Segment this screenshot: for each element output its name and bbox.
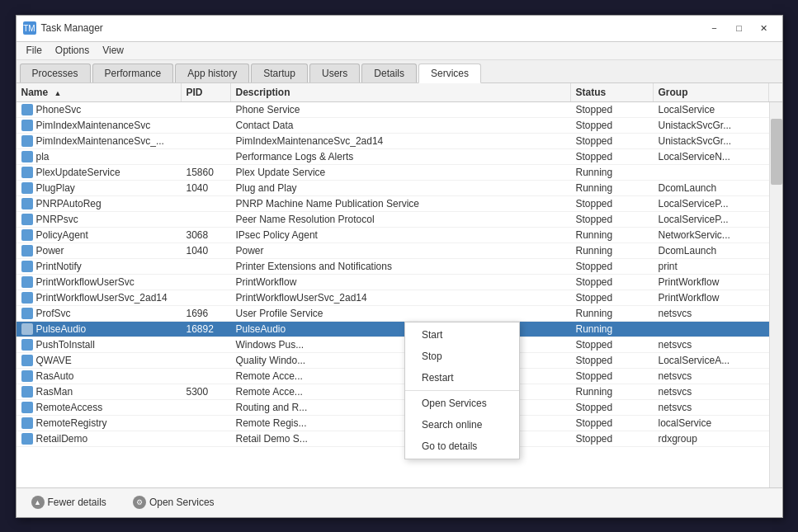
cell-description: Performance Logs & Alerts [231, 149, 571, 164]
table-row[interactable]: QWAVEQuality Windo...StoppedLocalService… [17, 353, 769, 369]
scrollbar[interactable] [769, 102, 782, 487]
menu-options[interactable]: Options [49, 43, 96, 58]
table-row[interactable]: RetailDemoRetail Demo S...Stoppedrdxgrou… [17, 431, 769, 447]
table-row[interactable]: PimIndexMaintenanceSvc_...PimIndexMainte… [17, 134, 769, 149]
cell-group: netsvcs [654, 384, 769, 399]
cell-pid [182, 275, 231, 290]
menu-view[interactable]: View [96, 43, 130, 58]
ctx-search-online[interactable]: Search online [405, 414, 519, 435]
cell-status: Running [571, 384, 654, 399]
ctx-start[interactable]: Start [405, 324, 519, 346]
table-row[interactable]: PlugPlay1040Plug and PlayRunningDcomLaun… [17, 181, 769, 196]
ctx-go-to-details[interactable]: Go to details [405, 435, 519, 457]
cell-description: Power [231, 243, 571, 258]
cell-group: NetworkServic... [654, 228, 769, 242]
cell-status: Stopped [571, 275, 654, 290]
cell-group [654, 322, 769, 337]
cell-name: PrintWorkflowUserSvc_2ad14 [17, 290, 182, 305]
ctx-open-services[interactable]: Open Services [405, 393, 519, 414]
col-pid[interactable]: PID [182, 83, 231, 101]
tab-details[interactable]: Details [361, 64, 417, 82]
window-title: Task Manager [41, 22, 703, 34]
cell-description: PrintWorkflowUserSvc_2ad14 [231, 290, 571, 305]
cell-group: LocalServiceP... [654, 196, 769, 211]
cell-status: Stopped [571, 134, 654, 148]
fewer-details-button[interactable]: ▲ Fewer details [25, 492, 113, 512]
tab-users[interactable]: Users [309, 64, 360, 82]
table-row[interactable]: PulseAudio16892PulseAudioRunning [17, 322, 769, 337]
table-row[interactable]: RemoteRegistryRemote Regis...Stoppedloca… [17, 416, 769, 431]
table-row[interactable]: RemoteAccessRouting and R...Stoppednetsv… [17, 400, 769, 416]
service-name: ProfSvc [36, 308, 71, 319]
open-services-footer-button[interactable]: ⚙ Open Services [126, 492, 221, 512]
cell-name: QWAVE [17, 353, 182, 368]
service-icon [21, 245, 33, 257]
service-icon [21, 417, 33, 429]
col-status[interactable]: Status [571, 83, 654, 101]
table-row[interactable]: PimIndexMaintenanceSvcContact DataStoppe… [17, 118, 769, 134]
cell-name: PimIndexMaintenanceSvc [17, 118, 182, 133]
cell-status: Stopped [571, 400, 654, 415]
cell-name: RasAuto [17, 369, 182, 384]
cell-name: PolicyAgent [17, 228, 182, 242]
cell-status: Running [571, 306, 654, 321]
cell-pid: 3068 [182, 228, 231, 242]
tab-services[interactable]: Services [418, 64, 481, 83]
cell-status: Stopped [571, 337, 654, 352]
table-row[interactable]: PhoneSvcPhone ServiceStoppedLocalService [17, 102, 769, 118]
table-row[interactable]: PolicyAgent3068IPsec Policy AgentRunning… [17, 228, 769, 243]
ctx-restart[interactable]: Restart [405, 367, 519, 388]
table-row[interactable]: PushToInstallWindows Pus...Stoppednetsvc… [17, 337, 769, 353]
menu-file[interactable]: File [20, 43, 49, 58]
tab-startup[interactable]: Startup [251, 64, 308, 82]
maximize-button[interactable]: □ [728, 19, 751, 37]
cell-name: pla [17, 149, 182, 164]
table-row[interactable]: RasMan5300Remote Acce...Runningnetsvcs [17, 384, 769, 400]
table-row[interactable]: PrintWorkflowUserSvcPrintWorkflowStopped… [17, 275, 769, 290]
cell-status: Stopped [571, 118, 654, 133]
service-icon [21, 261, 33, 272]
cell-group: localService [654, 416, 769, 431]
cell-pid [182, 118, 231, 133]
col-group[interactable]: Group [654, 83, 769, 101]
cell-status: Stopped [571, 353, 654, 368]
tab-performance[interactable]: Performance [92, 64, 174, 82]
cell-description: PrintWorkflow [231, 275, 571, 290]
table-row[interactable]: PNRPsvcPeer Name Resolution ProtocolStop… [17, 212, 769, 228]
table-row[interactable]: RasAutoRemote Acce...Stoppednetsvcs [17, 369, 769, 384]
service-name: RetailDemo [36, 433, 88, 445]
table-row[interactable]: PrintNotifyPrinter Extensions and Notifi… [17, 259, 769, 275]
menu-bar: File Options View [17, 42, 782, 60]
close-button[interactable]: ✕ [753, 19, 776, 37]
cell-description: Printer Extensions and Notifications [231, 259, 571, 274]
table-row[interactable]: PNRPAutoRegPNRP Machine Name Publication… [17, 196, 769, 212]
task-manager-window: TM Task Manager − □ ✕ File Options View … [16, 15, 783, 518]
col-description[interactable]: Description [231, 83, 571, 101]
table-row[interactable]: PrintWorkflowUserSvc_2ad14PrintWorkflowU… [17, 290, 769, 306]
scrollbar-thumb[interactable] [771, 119, 782, 185]
cell-name: PNRPsvc [17, 212, 182, 227]
tab-processes[interactable]: Processes [20, 64, 91, 82]
cell-name: PrintWorkflowUserSvc [17, 275, 182, 290]
cell-pid [182, 353, 231, 368]
cell-pid [182, 431, 231, 446]
minimize-button[interactable]: − [703, 19, 726, 37]
table-row[interactable]: Power1040PowerRunningDcomLaunch [17, 243, 769, 259]
tab-app-history[interactable]: App history [175, 64, 249, 82]
col-name[interactable]: Name ▲ [17, 83, 182, 101]
ctx-stop[interactable]: Stop [405, 346, 519, 367]
cell-description: PimIndexMaintenanceSvc_2ad14 [231, 134, 571, 148]
cell-description: Plug and Play [231, 181, 571, 195]
cell-pid [182, 134, 231, 148]
service-icon [21, 214, 33, 225]
cell-status: Running [571, 243, 654, 258]
cell-name: Power [17, 243, 182, 258]
table-row[interactable]: plaPerformance Logs & AlertsStoppedLocal… [17, 149, 769, 165]
service-name: pla [36, 151, 50, 162]
table-row[interactable]: ProfSvc1696User Profile ServiceRunningne… [17, 306, 769, 322]
table-row[interactable]: PlexUpdateService15860Plex Update Servic… [17, 165, 769, 181]
table-body[interactable]: PhoneSvcPhone ServiceStoppedLocalService… [17, 102, 769, 487]
cell-group: LocalServiceP... [654, 212, 769, 227]
service-icon [21, 402, 33, 413]
service-icon [21, 370, 33, 382]
